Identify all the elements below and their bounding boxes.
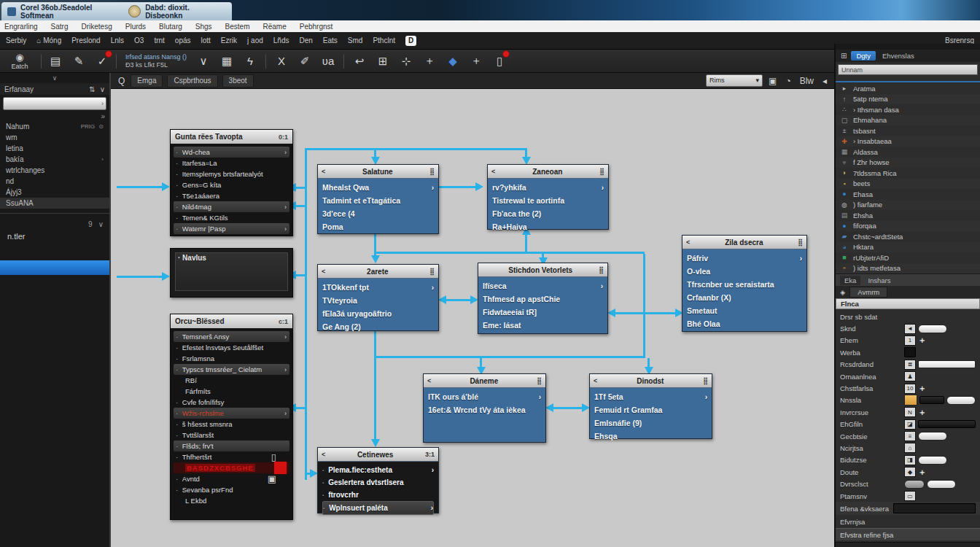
sidebar-item[interactable]: bakía › (0, 154, 109, 165)
property-row[interactable]: Dvrsclsct ＋ (836, 478, 980, 489)
panel-list-item[interactable]: Flšds; frv't (174, 441, 289, 451)
chevron-down-icon[interactable]: ∨ (100, 85, 105, 93)
clock-icon[interactable]: ◔ (784, 76, 792, 86)
properties-group-header[interactable]: Flnca (836, 298, 980, 309)
new-model-icon[interactable]: ▤ (47, 53, 63, 70)
panel-list-item[interactable]: Itarfesa=La (174, 158, 289, 168)
panel-list-item[interactable]: Efestet lnsvtays Seutålfšet (174, 342, 289, 353)
node-field-row[interactable]: Crfaanbr (X) (687, 291, 802, 304)
list-node-cetinewes[interactable]: < Cetinewes 3:1 Plema.fiec:estheta › (317, 447, 439, 513)
run-icon[interactable]: ϟ (242, 53, 258, 70)
table-node-zaneoan[interactable]: < Zaneoan ⣿ rv?yhkifa › (487, 164, 609, 230)
secondary-menu-item[interactable]: Lñds (273, 36, 289, 44)
panel-list-item[interactable]: RBí (174, 375, 289, 386)
node-title-bar[interactable]: < Salatune ⣿ (318, 165, 438, 179)
panel-list-item[interactable]: Gens=G kíta (174, 179, 289, 190)
orange-swatch[interactable] (904, 395, 917, 406)
secondary-menu-item[interactable]: Lnls (111, 36, 124, 44)
secondary-menu-item[interactable]: Preslond (71, 36, 100, 44)
node-field-row[interactable]: Eme: Iásat (483, 319, 603, 332)
tree-item[interactable]: ± tsbasnt (836, 125, 980, 136)
panel-list-item[interactable]: Wd-chea › (174, 147, 289, 158)
sidebar-item[interactable]: Nahum PRIG ⊙ (0, 121, 109, 132)
panel-list-item[interactable]: Watemr |Pasp › (174, 223, 289, 234)
node-field-row[interactable]: Ifíseca › (483, 279, 603, 292)
tree-filter-input[interactable]: Unnam (838, 64, 978, 75)
canvas-toolbar-button[interactable]: 3beot (222, 74, 254, 88)
panel-list-item[interactable]: Thfhertšrt ▯ (174, 451, 289, 462)
node-menu-icon[interactable]: ⣿ (703, 377, 708, 384)
tree-item[interactable]: ◍ ) fiarfame (836, 200, 980, 211)
node-menu-icon[interactable]: ⣿ (599, 266, 604, 274)
table-node-zila[interactable]: < Zila dsecra ⣿ Páfriv › (682, 235, 807, 332)
tree-item[interactable]: ∴ › Ithsman dasa (836, 104, 980, 115)
panel-list-item[interactable]: Avntd ▣ (174, 473, 289, 484)
node-field-row[interactable]: 1Tf 5eta › (594, 390, 707, 403)
toggle-pill[interactable] (918, 432, 947, 441)
node-field-row[interactable]: Tadmint et eTtagática (322, 194, 434, 207)
sidebar-item-selected[interactable]: SsuANA (0, 198, 109, 209)
secondary-menu-item[interactable]: ⌂ Móng (36, 36, 61, 44)
panel-list-item[interactable]: Temen& KGtils (174, 212, 289, 223)
layer-panel-2[interactable]: Orcu~Blëssed c:1 Temsnerš Ansy › Efestet… (170, 314, 293, 520)
node-field-row[interactable]: Bhé Olaa (687, 317, 802, 330)
tree-item[interactable]: ◕ Hktara (836, 242, 980, 253)
tree-item[interactable]: ▸ Aratma (836, 83, 980, 94)
menu-item[interactable]: Rëame (263, 23, 287, 31)
property-row[interactable]: Ehem 1 1＋ 1 1 1 1 (836, 335, 980, 346)
zoom-dropdown[interactable]: Rims ▾ (706, 74, 763, 87)
collapse-icon[interactable]: ◂ (821, 76, 828, 86)
sidebar-item[interactable]: letina (0, 143, 109, 154)
property-row[interactable]: Sknd ◄ ◄＋ ◄ ◄ ◄ ◄ (836, 322, 980, 334)
secondary-menu-item[interactable]: O3 (134, 36, 144, 44)
node-field-row[interactable]: Poma (322, 220, 434, 233)
fetch-button[interactable]: ◉ Eatch (4, 52, 35, 70)
add2-icon[interactable]: ＋ (468, 53, 484, 70)
node-field-row[interactable]: Plema.fiec:estheta › (322, 464, 434, 476)
node-field-row[interactable]: Fidwtaeeiai tR] (483, 306, 603, 319)
add-icon[interactable]: ＋ (918, 335, 926, 346)
sidebar-item[interactable]: wm (0, 132, 109, 143)
panel-list-item[interactable]: Temsnerš Ansy › (174, 331, 289, 342)
tree-item[interactable]: ● Ehasa (836, 189, 980, 200)
add-icon[interactable]: ＋ (918, 383, 926, 394)
search-icon[interactable]: Q (117, 76, 126, 86)
panel-list-item[interactable]: BASDZXCBSGHE (174, 462, 289, 473)
secondary-menu-item[interactable]: Pthclnt (373, 36, 395, 44)
inspector-seg-1[interactable]: Eka (840, 276, 860, 285)
panel-list-item[interactable]: Nild4mag › (174, 201, 289, 212)
panel-list-item[interactable]: Sevanba psrFnd (174, 484, 289, 495)
secondary-menu-item[interactable]: Ezrik (221, 36, 237, 44)
property-row[interactable]: Drsr sb sdat ＋ (836, 311, 980, 322)
canvas-toolbar-button[interactable]: Cspbrthous (167, 74, 217, 88)
selected-row-highlight[interactable] (0, 260, 109, 275)
diamond-icon[interactable]: ◆ (445, 53, 461, 70)
node-field-row[interactable]: ftrovcrhr (322, 489, 434, 501)
add-icon[interactable]: ＋ (421, 53, 438, 70)
window-icon[interactable]: ▣ (767, 76, 778, 86)
blw-tool[interactable]: Blw (798, 76, 815, 86)
panel-list-item[interactable]: L Ekbd (174, 495, 289, 506)
secondary-menu-item[interactable]: Serbiy (6, 36, 26, 44)
property-row[interactable]: Ptamsnv ▭ ▭＋ ▭ ▭ ▭ ▭ (836, 490, 980, 502)
sidebar-item[interactable]: wtrlchanges (0, 165, 109, 176)
slider-handle[interactable] (946, 396, 976, 405)
menu-item[interactable]: Pebhrgnst (300, 23, 333, 31)
menu-item[interactable]: Engrarling (4, 23, 38, 31)
table-node-2arete[interactable]: < 2arete ⣿ 1TOkkenf tpt › (317, 264, 439, 331)
name-input[interactable] (893, 503, 976, 513)
node-field-row[interactable]: ITK ours á'blé › (428, 390, 541, 403)
node-field-row[interactable]: Mhealst Qwa › (322, 181, 434, 194)
tree-item[interactable]: ▦ Aldassa (836, 147, 980, 158)
node-field-row[interactable]: 1TOkkenf tpt › (322, 281, 434, 294)
node-field-row[interactable]: Páfriv › (687, 252, 802, 265)
page-icon[interactable]: ▯ (491, 53, 508, 70)
tree-item[interactable]: ▪ beets (836, 179, 980, 190)
edit-icon[interactable]: ✎ (71, 53, 87, 70)
secondary-menu-item[interactable]: lott (201, 36, 211, 44)
node-title-bar[interactable]: < Dáneme ⣿ (424, 374, 545, 388)
add-icon[interactable]: ＋ (918, 407, 926, 418)
secondary-menu-item[interactable]: j aod (247, 36, 263, 44)
node-field-row[interactable]: fEla3á uryagoâftrio (322, 307, 434, 320)
node-menu-icon[interactable]: ⣿ (537, 377, 542, 384)
